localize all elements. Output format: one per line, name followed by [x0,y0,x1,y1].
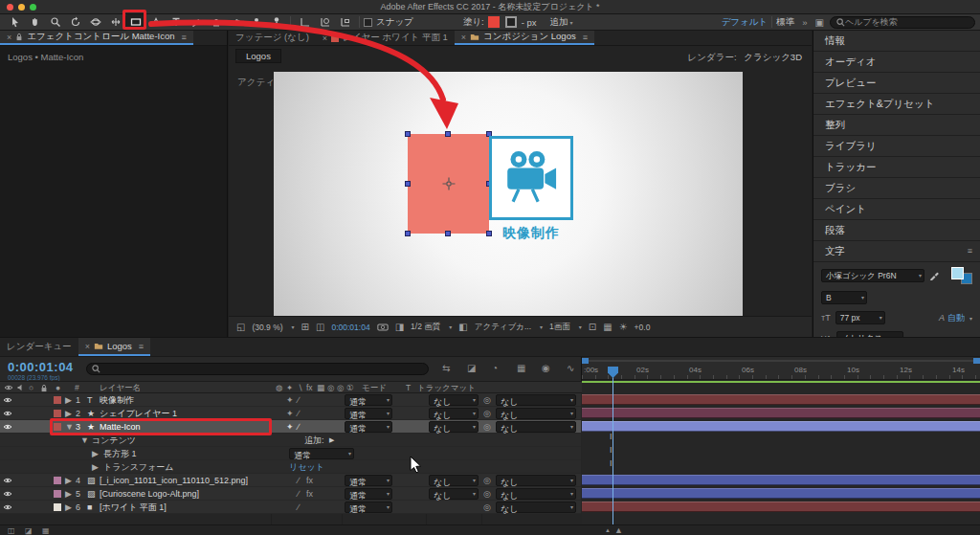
layer-duration-bar[interactable] [582,475,980,485]
selection-handle[interactable] [445,131,451,137]
reset-link[interactable]: リセット [289,460,324,474]
layer-name[interactable]: [Curioscene Logo-Alt.png] [100,487,199,501]
timeline-track-area[interactable]: :00s 02s 04s 06s 08s 10s 12s 14s I I I [582,357,980,524]
current-time-button[interactable]: 0:00:01:04 [331,323,369,332]
snap-checkbox[interactable] [364,18,372,27]
text-color-swatches[interactable] [951,267,972,284]
eye-icon[interactable] [3,423,12,431]
table-row[interactable]: ▶ 1 T 映像制作 ✦ ∕ 通常▾ なし▾ ◎ なし▾ [0,393,581,407]
fill-color-swatch[interactable] [488,16,500,28]
frame-blend-icon[interactable]: ▦ [517,363,525,373]
close-icon[interactable]: × [461,33,466,42]
expander-icon[interactable]: ▼ [80,434,89,447]
pen-tool-icon[interactable] [145,14,166,31]
shy-icon[interactable]: ◔ [492,363,498,373]
work-area-bar[interactable] [582,381,980,383]
toggle-switches-icon[interactable]: ◫ [8,525,15,535]
panel-tab-brushes[interactable]: ブラシ [813,178,980,199]
renderer-value[interactable]: クラシック3D [744,52,802,62]
track-matte-select[interactable]: なし▾ [429,421,479,433]
quality-switch-icon[interactable]: ∕ [298,420,300,434]
track-matte-select[interactable]: なし▾ [429,394,479,406]
panel-tab-paint[interactable]: ペイント [813,199,980,220]
blend-mode-select[interactable]: 通常▾ [345,421,392,433]
eye-icon[interactable] [3,410,12,417]
fill-color-chip[interactable] [951,267,964,279]
close-icon[interactable]: × [323,33,327,43]
toggle-transfer-controls-icon[interactable]: ◪ [25,525,33,535]
layer-label-color[interactable] [54,410,61,417]
renderer-status[interactable]: レンダラー: クラシック3D [688,52,802,64]
panel-tab-character[interactable]: 文字 ≡ [813,241,980,262]
quality-switch-icon[interactable]: ∕ [298,501,300,514]
zoom-out-mountain-icon[interactable]: ▲ [605,525,611,535]
grid-guides-icon[interactable]: ⊞ [301,322,309,332]
tab-render-queue[interactable]: レンダーキュー [0,338,78,356]
close-icon[interactable]: × [85,342,90,351]
panel-tab-effects-presets[interactable]: エフェクト&プリセット [813,94,980,115]
panel-menu-icon[interactable]: ≡ [139,342,144,351]
blend-mode-select[interactable]: 通常▾ [345,408,392,419]
blend-mode-select[interactable]: 通常▾ [345,488,392,500]
tab-composition[interactable]: × コンポジション Logos ≡ [455,31,594,45]
layer-duration-bar[interactable] [582,488,980,499]
camera-tool-icon[interactable] [85,14,105,31]
panel-tab-preview[interactable]: プレビュー [813,73,980,94]
rotate-tool-icon[interactable] [65,14,85,31]
eraser-tool-icon[interactable] [226,14,246,31]
zoom-window-icon[interactable] [30,4,36,11]
workspace-standard-button[interactable]: 標準 [776,16,794,29]
parent-select[interactable]: なし▾ [496,408,576,419]
layer-name[interactable]: [_i_icon_11011_icon_110110_512.png] [100,474,248,487]
layer-label-color[interactable] [54,477,61,484]
preview-monitor-icon[interactable]: ◱ [236,322,245,332]
toggle-inout-columns-icon[interactable]: ▦ [42,525,50,535]
quality-switch-icon[interactable]: ∕ [298,474,300,487]
eye-icon[interactable] [3,396,12,404]
panel-tab-tracker[interactable]: トラッカー [813,157,980,178]
local-axis-mode-icon[interactable] [295,14,315,31]
parent-pickwhip-icon[interactable]: ◎ [483,393,491,407]
brush-tool-icon[interactable] [186,14,206,31]
parent-pickwhip-icon[interactable]: ◎ [483,487,491,501]
layer-duration-bar[interactable] [582,394,980,405]
eye-icon[interactable] [3,503,12,511]
expander-icon[interactable]: ▶ [65,393,72,407]
layer-duration-bar-selected[interactable] [582,421,980,432]
draft3d-icon[interactable]: ◪ [467,363,476,373]
time-ruler[interactable]: :00s 02s 04s 06s 08s 10s 12s 14s [582,357,980,380]
playhead-line[interactable] [612,367,613,524]
expander-icon[interactable]: ▶ [65,474,72,487]
workspace-bar-icon[interactable]: ▣ [815,17,824,28]
panel-menu-icon[interactable]: ≡ [968,241,972,261]
selection-handle[interactable] [405,181,411,187]
blend-mode-select[interactable]: 通常▾ [345,502,392,513]
auto-leading-value[interactable]: 自動 [947,312,965,324]
table-row[interactable]: ▶ 4 ▨ [_i_icon_11011_icon_110110_512.png… [0,474,581,487]
collapse-switch-icon[interactable]: ✦ [286,420,294,434]
selected-shape-rectangle[interactable] [408,134,489,234]
exposure-value[interactable]: +0.0 [635,323,651,332]
mask-visibility-icon[interactable]: ◫ [316,322,324,332]
help-search-input[interactable] [845,17,960,27]
quality-switch-icon[interactable]: ∕ [298,407,300,420]
layer-name[interactable]: 映像制作 [100,393,134,407]
fx-badge-icon[interactable]: fx [306,474,313,487]
parent-pickwhip-icon[interactable]: ◎ [483,474,491,487]
selection-handle[interactable] [405,231,411,236]
resolution-select[interactable]: 1/2 画質 [411,322,440,333]
panel-menu-icon[interactable]: ≡ [182,33,187,42]
blend-mode-select[interactable]: 通常▾ [345,475,392,486]
parent-pickwhip-icon[interactable]: ◎ [483,407,491,420]
selection-handle[interactable] [445,231,451,236]
layer-name[interactable]: [ホワイト 平面 1] [100,501,167,514]
tab-effect-controls[interactable]: × エフェクトコントロール Matte-Icon ≡ [0,31,193,45]
track-matte-select[interactable]: なし▾ [429,475,479,486]
font-size-select[interactable]: 77 px▾ [835,311,885,324]
roto-brush-tool-icon[interactable] [246,14,266,31]
parent-select[interactable]: なし▾ [496,502,576,513]
selection-handle[interactable] [405,131,411,137]
transform-row[interactable]: ▶ トランスフォーム リセット [0,460,581,474]
eye-icon[interactable] [3,477,12,484]
composition-viewport[interactable]: 映像制作 [274,72,743,317]
